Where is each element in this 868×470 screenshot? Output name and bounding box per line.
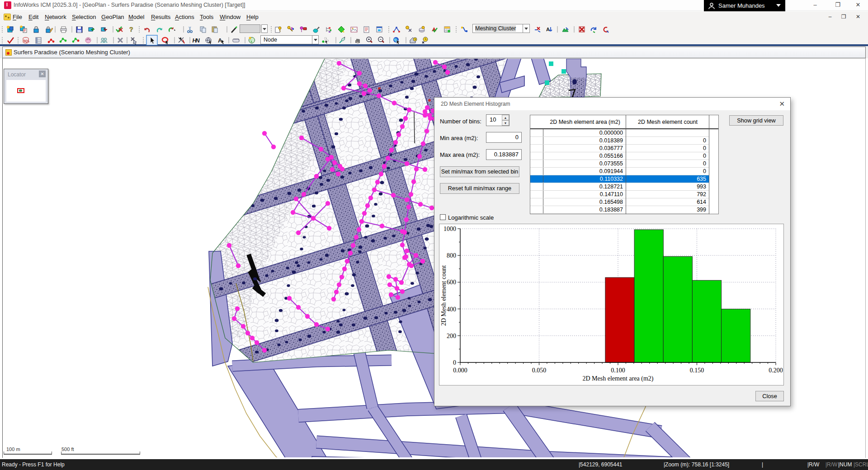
svg-text:2D Mesh element area (m2): 2D Mesh element area (m2)	[582, 375, 653, 382]
svg-text:0.150: 0.150	[690, 367, 704, 374]
svg-text:400: 400	[447, 306, 456, 313]
svg-text:800: 800	[447, 252, 456, 259]
svg-text:N: N	[195, 37, 200, 44]
svg-text:SQL: SQL	[24, 39, 29, 43]
svg-text:200: 200	[447, 333, 456, 339]
svg-text:0.100: 0.100	[611, 367, 625, 374]
svg-text:0: 0	[453, 359, 456, 366]
svg-text:?: ?	[129, 26, 133, 33]
svg-text:1000: 1000	[443, 226, 456, 232]
svg-text:2D Mesh element count: 2D Mesh element count	[440, 265, 447, 326]
svg-text:600: 600	[447, 279, 456, 286]
svg-text:0.050: 0.050	[532, 367, 547, 374]
svg-text:A: A	[546, 27, 550, 32]
svg-text:0.200: 0.200	[769, 367, 783, 374]
svg-text:0.000: 0.000	[453, 367, 467, 374]
